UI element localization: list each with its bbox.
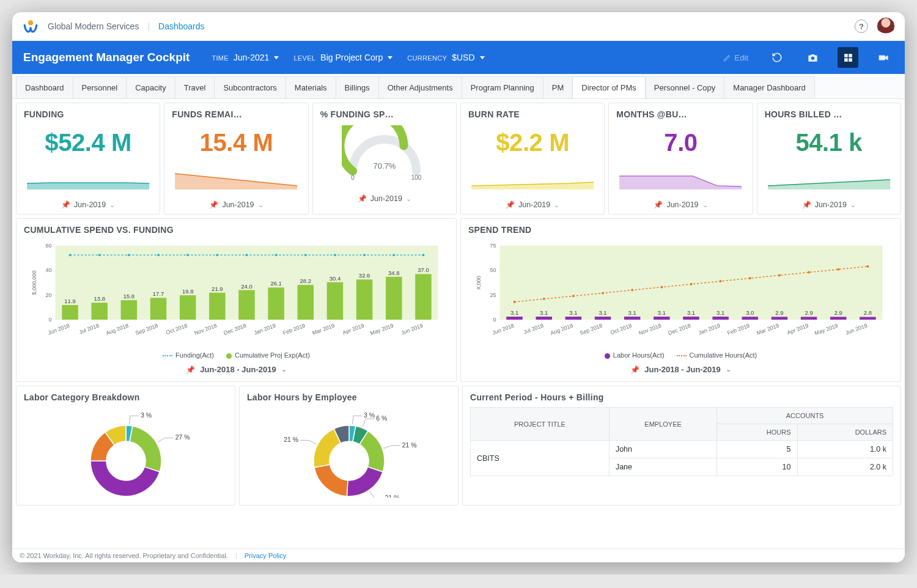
svg-text:30.4: 30.4: [330, 275, 341, 282]
chevron-down-icon: ⌄: [702, 201, 708, 209]
svg-point-46: [186, 254, 189, 256]
svg-rect-34: [327, 282, 343, 320]
svg-text:40: 40: [45, 267, 51, 273]
kpi-title: HOURS BILLED …: [765, 109, 893, 119]
tab-personnel[interactable]: Personnel: [73, 76, 127, 98]
chart-range-selector[interactable]: 📌 Jun-2018 - Jun-2019 ⌄: [24, 365, 449, 374]
labor-employee-card: Labor Hours by Employee 3 %6 %21 %21 %21…: [239, 386, 458, 505]
blue-bar: Engagement Manager Cockpit TIME Jun-2021…: [12, 41, 905, 74]
tab-other-adjustments[interactable]: Other Adjustments: [378, 76, 462, 98]
user-avatar[interactable]: [877, 17, 895, 35]
svg-point-54: [422, 254, 424, 256]
svg-rect-68: [500, 246, 883, 320]
svg-text:Nov 2018: Nov 2018: [638, 322, 662, 336]
dashboards-link[interactable]: Dashboards: [158, 21, 205, 31]
copyright: © 2021 Workday, Inc. All rights reserved…: [20, 552, 228, 559]
tab-pm[interactable]: PM: [543, 76, 573, 98]
grid-view-button[interactable]: [838, 47, 858, 68]
svg-rect-38: [386, 277, 402, 320]
svg-text:6 %: 6 %: [376, 414, 387, 422]
kpi-title: MONTHS @BU…: [616, 109, 745, 119]
svg-text:3.1: 3.1: [540, 309, 548, 316]
pin-icon: 📌: [506, 200, 515, 209]
svg-text:Mar 2019: Mar 2019: [756, 322, 779, 336]
tab-manager-dashboard[interactable]: Manager Dashboard: [724, 76, 815, 98]
kpi-period-selector[interactable]: 📌Jun-2019⌄: [24, 200, 152, 209]
currency-selector[interactable]: CURRENCY $USD: [407, 53, 484, 62]
svg-text:37.0: 37.0: [418, 266, 429, 273]
pin-icon: 📌: [358, 194, 367, 203]
svg-text:15.8: 15.8: [123, 293, 135, 300]
svg-point-51: [334, 254, 336, 256]
help-icon[interactable]: ?: [855, 20, 868, 33]
svg-text:Sep 2018: Sep 2018: [134, 322, 159, 336]
svg-rect-90: [742, 317, 758, 320]
svg-rect-6: [878, 55, 885, 60]
svg-text:75: 75: [490, 243, 496, 249]
hours-billing-table[interactable]: PROJECT TITLE EMPLOYEE ACCOUNTS HOURS DO…: [470, 407, 893, 476]
svg-rect-16: [62, 305, 78, 320]
edit-button[interactable]: Edit: [720, 53, 752, 62]
svg-point-106: [690, 283, 693, 285]
legend-item[interactable]: Cumulative Proj Exp(Act): [226, 351, 310, 359]
kpi-period-selector[interactable]: 📌Jun-2019⌄: [616, 200, 745, 209]
svg-text:3.1: 3.1: [628, 309, 636, 316]
refresh-button[interactable]: [767, 47, 787, 68]
table-row[interactable]: CBITSJohn51.0 k: [471, 441, 893, 458]
kpi-value: 54.1 k: [765, 129, 893, 156]
video-camera-button[interactable]: [873, 47, 894, 68]
svg-text:#,000: #,000: [476, 276, 482, 290]
tab-subcontractors[interactable]: Subcontractors: [214, 76, 285, 98]
svg-text:Feb 2019: Feb 2019: [282, 322, 306, 336]
sparkline: [172, 167, 300, 189]
tab-travel[interactable]: Travel: [175, 76, 215, 98]
kpi-period-selector[interactable]: 📌Jun-2019⌄: [172, 200, 300, 209]
svg-text:3.1: 3.1: [716, 309, 724, 316]
camera-button[interactable]: [802, 47, 823, 68]
svg-rect-86: [683, 317, 699, 320]
chart-range-selector[interactable]: 📌 Jun-2018 - Jun-2019 ⌄: [468, 365, 893, 374]
svg-rect-22: [150, 298, 166, 320]
svg-rect-26: [209, 293, 225, 320]
tab-dashboard[interactable]: Dashboard: [16, 76, 73, 98]
labor-category-card: Labor Category Breakdown 3 %27 %: [16, 386, 235, 505]
footer: © 2021 Workday, Inc. All rights reserved…: [12, 548, 905, 562]
svg-rect-78: [565, 317, 581, 320]
labor-category-donut[interactable]: 3 %27 %: [46, 406, 205, 498]
svg-point-101: [543, 298, 545, 300]
chevron-down-icon: ⌄: [554, 201, 559, 209]
svg-point-52: [363, 254, 366, 256]
kpi-period-selector[interactable]: 📌Jun-2019⌄: [765, 200, 893, 209]
svg-text:3.1: 3.1: [658, 309, 666, 316]
svg-text:Aug 2018: Aug 2018: [105, 322, 130, 336]
privacy-policy-link[interactable]: Privacy Policy: [245, 552, 286, 559]
tab-program-planning[interactable]: Program Planning: [462, 76, 543, 98]
legend-item[interactable]: Funding(Act): [163, 351, 214, 359]
svg-text:27 %: 27 %: [175, 433, 190, 441]
svg-text:3.1: 3.1: [569, 309, 577, 316]
cumulative-spend-chart[interactable]: 0204060$,000,00011.913.815.817.719.821.9…: [24, 237, 449, 344]
kpi-period-selector[interactable]: 📌Jun-2019⌄: [468, 200, 597, 209]
svg-rect-36: [356, 279, 372, 320]
labor-employee-donut[interactable]: 3 %6 %21 %21 %21 %: [270, 406, 429, 498]
kpi-period-selector[interactable]: 📌Jun-2019⌄: [320, 194, 449, 203]
spend-trend-chart[interactable]: 0255075#,0003.13.13.13.13.13.13.13.13.02…: [468, 237, 893, 344]
tab-materials[interactable]: Materials: [285, 76, 336, 98]
legend-item[interactable]: Labor Hours(Act): [605, 351, 665, 359]
tab-personnel-copy[interactable]: Personnel - Copy: [645, 76, 724, 98]
svg-text:3.1: 3.1: [598, 309, 606, 316]
svg-text:3.1: 3.1: [510, 309, 518, 316]
tab-billings[interactable]: Billings: [336, 76, 379, 98]
tab-director-of-pms[interactable]: Director of PMs: [572, 76, 646, 98]
level-selector[interactable]: LEVEL Big Project Corp: [293, 53, 392, 62]
tab-capacity[interactable]: Capacity: [126, 76, 175, 98]
chevron-down-icon: ⌄: [109, 201, 115, 209]
kpi-value: 15.4 M: [172, 129, 300, 156]
workday-logo-icon[interactable]: [22, 18, 39, 35]
svg-rect-18: [91, 303, 107, 320]
chart-title: Current Period - Hours + Billing: [470, 392, 893, 402]
svg-text:3.1: 3.1: [687, 309, 695, 316]
svg-point-50: [304, 254, 307, 256]
time-selector[interactable]: TIME Jun-2021: [212, 53, 279, 62]
legend-item[interactable]: Cumulative Hours(Act): [677, 351, 757, 359]
